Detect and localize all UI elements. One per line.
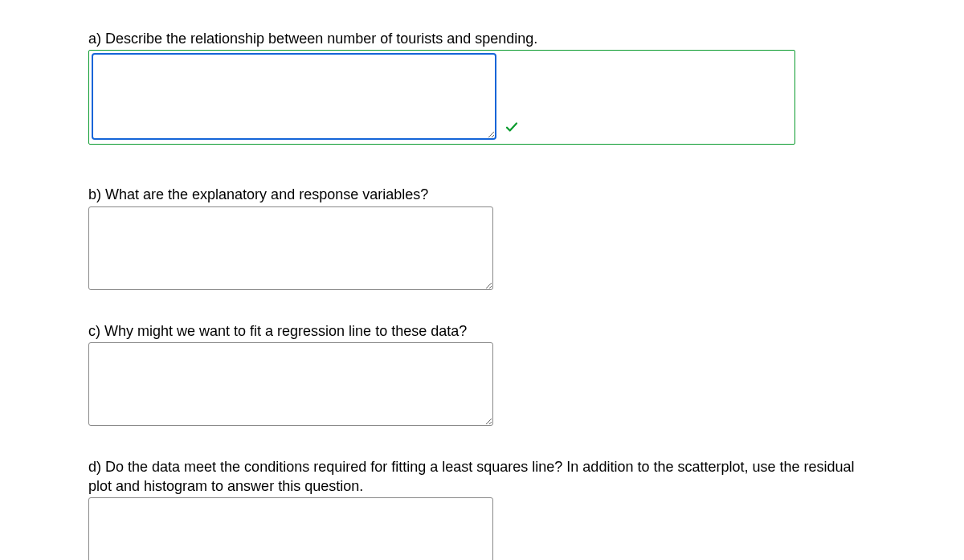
question-form: a) Describe the relationship between num… bbox=[0, 29, 964, 560]
question-d-input[interactable] bbox=[88, 497, 493, 560]
question-c-input[interactable] bbox=[88, 342, 493, 426]
question-a: a) Describe the relationship between num… bbox=[88, 29, 876, 145]
question-b-input[interactable] bbox=[88, 206, 493, 290]
question-a-input[interactable] bbox=[92, 53, 496, 140]
check-icon bbox=[504, 120, 519, 138]
question-b: b) What are the explanatory and response… bbox=[88, 185, 876, 293]
question-c-label: c) Why might we want to fit a regression… bbox=[88, 321, 876, 341]
question-a-label: a) Describe the relationship between num… bbox=[88, 29, 876, 48]
question-a-feedback-box bbox=[88, 50, 795, 145]
question-b-label: b) What are the explanatory and response… bbox=[88, 185, 876, 204]
question-c: c) Why might we want to fit a regression… bbox=[88, 321, 876, 430]
question-d-label: d) Do the data meet the conditions requi… bbox=[88, 457, 876, 497]
question-d: d) Do the data meet the conditions requi… bbox=[88, 457, 876, 560]
